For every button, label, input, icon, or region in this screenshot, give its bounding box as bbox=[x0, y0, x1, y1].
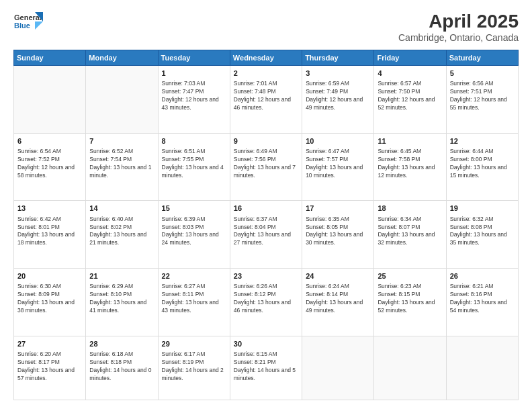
col-wednesday: Wednesday bbox=[230, 50, 302, 66]
col-thursday: Thursday bbox=[302, 50, 374, 66]
day-info: Sunrise: 7:03 AM Sunset: 7:47 PM Dayligh… bbox=[162, 80, 226, 112]
calendar-cell: 29Sunrise: 6:17 AM Sunset: 8:19 PM Dayli… bbox=[158, 336, 230, 400]
day-info: Sunrise: 6:23 AM Sunset: 8:15 PM Dayligh… bbox=[378, 283, 442, 315]
day-info: Sunrise: 6:21 AM Sunset: 8:16 PM Dayligh… bbox=[450, 283, 515, 315]
calendar-cell: 12Sunrise: 6:44 AM Sunset: 8:00 PM Dayli… bbox=[446, 133, 518, 201]
day-number: 8 bbox=[162, 136, 226, 146]
title-block: April 2025 Cambridge, Ontario, Canada bbox=[398, 11, 519, 43]
location: Cambridge, Ontario, Canada bbox=[398, 32, 519, 43]
day-info: Sunrise: 6:39 AM Sunset: 8:03 PM Dayligh… bbox=[162, 216, 226, 248]
calendar-week-2: 6Sunrise: 6:54 AM Sunset: 7:52 PM Daylig… bbox=[14, 133, 519, 201]
day-number: 26 bbox=[450, 271, 515, 281]
day-number: 19 bbox=[450, 203, 515, 214]
day-info: Sunrise: 6:30 AM Sunset: 8:09 PM Dayligh… bbox=[17, 283, 82, 315]
day-number: 21 bbox=[89, 271, 154, 281]
logo-svg: General Blue bbox=[13, 11, 43, 38]
calendar-week-4: 20Sunrise: 6:30 AM Sunset: 8:09 PM Dayli… bbox=[14, 268, 519, 336]
calendar-cell: 21Sunrise: 6:29 AM Sunset: 8:10 PM Dayli… bbox=[86, 268, 158, 336]
day-info: Sunrise: 6:54 AM Sunset: 7:52 PM Dayligh… bbox=[17, 148, 82, 180]
day-info: Sunrise: 6:45 AM Sunset: 7:58 PM Dayligh… bbox=[378, 148, 442, 180]
day-info: Sunrise: 6:20 AM Sunset: 8:17 PM Dayligh… bbox=[17, 351, 82, 383]
logo: General Blue bbox=[13, 11, 43, 38]
calendar-header-row: Sunday Monday Tuesday Wednesday Thursday… bbox=[14, 50, 519, 66]
day-number: 22 bbox=[162, 271, 226, 281]
day-number: 5 bbox=[450, 68, 515, 79]
day-number: 30 bbox=[234, 339, 298, 349]
col-tuesday: Tuesday bbox=[158, 50, 230, 66]
day-info: Sunrise: 6:37 AM Sunset: 8:04 PM Dayligh… bbox=[234, 216, 298, 248]
day-number: 24 bbox=[306, 271, 370, 281]
calendar-cell: 13Sunrise: 6:42 AM Sunset: 8:01 PM Dayli… bbox=[14, 201, 86, 269]
calendar-cell: 22Sunrise: 6:27 AM Sunset: 8:11 PM Dayli… bbox=[158, 268, 230, 336]
day-info: Sunrise: 6:40 AM Sunset: 8:02 PM Dayligh… bbox=[89, 216, 154, 248]
day-info: Sunrise: 6:15 AM Sunset: 8:21 PM Dayligh… bbox=[234, 351, 298, 383]
day-number: 23 bbox=[234, 271, 298, 281]
calendar-cell: 7Sunrise: 6:52 AM Sunset: 7:54 PM Daylig… bbox=[86, 133, 158, 201]
day-info: Sunrise: 6:27 AM Sunset: 8:11 PM Dayligh… bbox=[162, 283, 226, 315]
day-number: 28 bbox=[89, 339, 154, 349]
col-monday: Monday bbox=[86, 50, 158, 66]
calendar-cell bbox=[374, 336, 446, 400]
calendar-cell: 15Sunrise: 6:39 AM Sunset: 8:03 PM Dayli… bbox=[158, 201, 230, 269]
day-info: Sunrise: 6:26 AM Sunset: 8:12 PM Dayligh… bbox=[234, 283, 298, 315]
calendar-cell: 3Sunrise: 6:59 AM Sunset: 7:49 PM Daylig… bbox=[302, 66, 374, 134]
calendar-week-3: 13Sunrise: 6:42 AM Sunset: 8:01 PM Dayli… bbox=[14, 201, 519, 269]
day-info: Sunrise: 6:35 AM Sunset: 8:05 PM Dayligh… bbox=[306, 216, 370, 248]
calendar-cell: 23Sunrise: 6:26 AM Sunset: 8:12 PM Dayli… bbox=[230, 268, 302, 336]
day-number: 4 bbox=[378, 68, 442, 79]
day-info: Sunrise: 6:34 AM Sunset: 8:07 PM Dayligh… bbox=[378, 216, 442, 248]
day-number: 14 bbox=[89, 203, 154, 214]
day-number: 7 bbox=[89, 136, 154, 146]
calendar-cell: 11Sunrise: 6:45 AM Sunset: 7:58 PM Dayli… bbox=[374, 133, 446, 201]
svg-marker-4 bbox=[35, 21, 43, 30]
day-info: Sunrise: 6:51 AM Sunset: 7:55 PM Dayligh… bbox=[162, 148, 226, 180]
calendar-cell: 20Sunrise: 6:30 AM Sunset: 8:09 PM Dayli… bbox=[14, 268, 86, 336]
day-info: Sunrise: 6:17 AM Sunset: 8:19 PM Dayligh… bbox=[162, 351, 226, 383]
day-number: 27 bbox=[17, 339, 82, 349]
calendar-cell: 14Sunrise: 6:40 AM Sunset: 8:02 PM Dayli… bbox=[86, 201, 158, 269]
day-number: 13 bbox=[17, 203, 82, 214]
day-number: 11 bbox=[378, 136, 442, 146]
calendar-cell: 9Sunrise: 6:49 AM Sunset: 7:56 PM Daylig… bbox=[230, 133, 302, 201]
calendar-cell: 30Sunrise: 6:15 AM Sunset: 8:21 PM Dayli… bbox=[230, 336, 302, 400]
calendar-cell: 6Sunrise: 6:54 AM Sunset: 7:52 PM Daylig… bbox=[14, 133, 86, 201]
day-number: 2 bbox=[234, 68, 298, 79]
calendar-cell: 8Sunrise: 6:51 AM Sunset: 7:55 PM Daylig… bbox=[158, 133, 230, 201]
day-info: Sunrise: 6:29 AM Sunset: 8:10 PM Dayligh… bbox=[89, 283, 154, 315]
month-year: April 2025 bbox=[398, 11, 519, 32]
calendar-cell: 5Sunrise: 6:56 AM Sunset: 7:51 PM Daylig… bbox=[446, 66, 518, 134]
day-number: 3 bbox=[306, 68, 370, 79]
calendar-cell: 18Sunrise: 6:34 AM Sunset: 8:07 PM Dayli… bbox=[374, 201, 446, 269]
day-number: 20 bbox=[17, 271, 82, 281]
calendar-cell: 1Sunrise: 7:03 AM Sunset: 7:47 PM Daylig… bbox=[158, 66, 230, 134]
day-number: 17 bbox=[306, 203, 370, 214]
calendar-week-1: 1Sunrise: 7:03 AM Sunset: 7:47 PM Daylig… bbox=[14, 66, 519, 134]
day-number: 9 bbox=[234, 136, 298, 146]
calendar-cell: 4Sunrise: 6:57 AM Sunset: 7:50 PM Daylig… bbox=[374, 66, 446, 134]
day-number: 29 bbox=[162, 339, 226, 349]
svg-text:Blue: Blue bbox=[14, 21, 30, 30]
day-number: 12 bbox=[450, 136, 515, 146]
day-number: 16 bbox=[234, 203, 298, 214]
day-number: 18 bbox=[378, 203, 442, 214]
calendar-week-5: 27Sunrise: 6:20 AM Sunset: 8:17 PM Dayli… bbox=[14, 336, 519, 400]
calendar-cell: 28Sunrise: 6:18 AM Sunset: 8:18 PM Dayli… bbox=[86, 336, 158, 400]
calendar-cell: 24Sunrise: 6:24 AM Sunset: 8:14 PM Dayli… bbox=[302, 268, 374, 336]
calendar-cell: 10Sunrise: 6:47 AM Sunset: 7:57 PM Dayli… bbox=[302, 133, 374, 201]
col-sunday: Sunday bbox=[14, 50, 86, 66]
day-info: Sunrise: 6:42 AM Sunset: 8:01 PM Dayligh… bbox=[17, 216, 82, 248]
day-info: Sunrise: 7:01 AM Sunset: 7:48 PM Dayligh… bbox=[234, 80, 298, 112]
day-info: Sunrise: 6:32 AM Sunset: 8:08 PM Dayligh… bbox=[450, 216, 515, 248]
calendar: Sunday Monday Tuesday Wednesday Thursday… bbox=[13, 50, 519, 400]
calendar-cell bbox=[14, 66, 86, 134]
day-info: Sunrise: 6:44 AM Sunset: 8:00 PM Dayligh… bbox=[450, 148, 515, 180]
calendar-cell bbox=[86, 66, 158, 134]
day-info: Sunrise: 6:59 AM Sunset: 7:49 PM Dayligh… bbox=[306, 80, 370, 112]
calendar-cell: 19Sunrise: 6:32 AM Sunset: 8:08 PM Dayli… bbox=[446, 201, 518, 269]
calendar-cell bbox=[302, 336, 374, 400]
day-info: Sunrise: 6:49 AM Sunset: 7:56 PM Dayligh… bbox=[234, 148, 298, 180]
day-info: Sunrise: 6:18 AM Sunset: 8:18 PM Dayligh… bbox=[89, 351, 154, 383]
day-info: Sunrise: 6:24 AM Sunset: 8:14 PM Dayligh… bbox=[306, 283, 370, 315]
day-info: Sunrise: 6:47 AM Sunset: 7:57 PM Dayligh… bbox=[306, 148, 370, 180]
calendar-cell: 17Sunrise: 6:35 AM Sunset: 8:05 PM Dayli… bbox=[302, 201, 374, 269]
